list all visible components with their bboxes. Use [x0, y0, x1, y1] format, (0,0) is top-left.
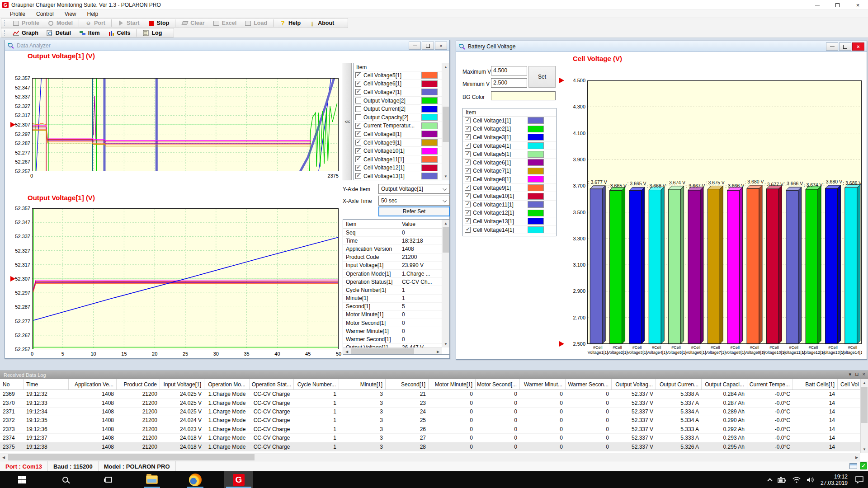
- color-swatch[interactable]: [528, 176, 544, 183]
- color-swatch[interactable]: [528, 193, 544, 200]
- log-col-header[interactable]: Operation Mo...: [204, 379, 250, 389]
- scroll-left-icon[interactable]: ◀: [343, 348, 350, 355]
- list-item[interactable]: Cell Voltage14[1]: [463, 226, 556, 235]
- list-item[interactable]: Output Capacity[2]: [354, 113, 442, 122]
- close-button[interactable]: ×: [848, 0, 868, 10]
- log-table-row[interactable]: 237319:12:3614082120024.023 V1.Charge Mo…: [0, 425, 865, 434]
- detail-row[interactable]: Warmer Minute[1]0: [343, 327, 442, 335]
- color-swatch[interactable]: [528, 201, 544, 208]
- firefox-button[interactable]: [181, 471, 210, 488]
- detail-row[interactable]: Motor Minute[1]0: [343, 311, 442, 319]
- log-menu-chevron-icon[interactable]: ▾: [849, 371, 851, 377]
- speaker-icon[interactable]: [807, 477, 815, 483]
- stop-button[interactable]: Stop: [144, 19, 174, 28]
- checkbox[interactable]: [465, 227, 471, 233]
- log-col-header[interactable]: Operation Stat...: [250, 379, 294, 389]
- maximum-v-input[interactable]: 4.500: [491, 66, 527, 75]
- log-col-header[interactable]: Motor Minute[1]: [429, 379, 476, 389]
- checkbox[interactable]: [465, 193, 471, 199]
- checkbox[interactable]: [465, 117, 471, 123]
- scroll-left-icon[interactable]: ◀: [0, 454, 7, 461]
- list-item[interactable]: Cell Voltage4[1]: [463, 142, 556, 150]
- color-swatch[interactable]: [421, 164, 438, 171]
- checkbox[interactable]: [465, 202, 471, 207]
- list-item[interactable]: Cell Voltage11[1]: [354, 155, 442, 164]
- taskbar-clock[interactable]: 19:12 27.03.2019: [821, 474, 848, 486]
- list-item[interactable]: Cell Voltage7[1]: [463, 167, 556, 176]
- checkbox[interactable]: [355, 165, 361, 171]
- checkbox[interactable]: [355, 81, 361, 87]
- log-col-header[interactable]: Application Ve...: [69, 379, 117, 389]
- list-item[interactable]: Output Voltage[2]: [354, 97, 442, 105]
- bg-color-swatch[interactable]: [491, 91, 556, 100]
- detail-row[interactable]: Motor Second[1]0: [343, 319, 442, 327]
- scroll-thumb[interactable]: [861, 387, 868, 423]
- log-col-header[interactable]: Output Capaci...: [702, 379, 747, 389]
- log-col-header[interactable]: Cycle Number...: [294, 379, 339, 389]
- detail-table-hscrollbar[interactable]: ◀ ▶: [343, 347, 442, 354]
- log-col-header[interactable]: No: [0, 379, 24, 389]
- tray-green-check-icon[interactable]: ✓: [860, 462, 867, 469]
- log-table-row[interactable]: 236919:12:3214082120024.025 V1.Charge Mo…: [0, 390, 865, 399]
- graph-button[interactable]: Graph: [9, 28, 42, 38]
- analyzer-minimize-button[interactable]: [409, 42, 421, 50]
- menu-item-view[interactable]: View: [59, 11, 82, 17]
- log-col-header[interactable]: Warmer Minut...: [520, 379, 566, 389]
- file-explorer-button[interactable]: [137, 471, 166, 488]
- detail-row[interactable]: Time18:32:18: [343, 237, 442, 245]
- color-swatch[interactable]: [528, 226, 544, 233]
- checkbox[interactable]: [465, 218, 471, 224]
- start-button[interactable]: [7, 471, 36, 488]
- log-col-header[interactable]: Output Curren...: [656, 379, 702, 389]
- minimize-button[interactable]: [807, 0, 827, 10]
- color-swatch[interactable]: [421, 148, 438, 155]
- battery-minimize-button[interactable]: [826, 42, 838, 51]
- minimum-v-input[interactable]: 2.500: [491, 78, 527, 88]
- help-button[interactable]: ?Help: [275, 19, 305, 28]
- log-col-header[interactable]: Time: [24, 379, 69, 389]
- search-button[interactable]: [51, 471, 80, 488]
- list-item[interactable]: Cell Voltage5[1]: [463, 150, 556, 159]
- scroll-up-icon[interactable]: ▲: [442, 63, 449, 70]
- set-button[interactable]: Set: [528, 66, 556, 88]
- log-col-header[interactable]: Input Voltage[1]: [160, 379, 204, 389]
- tray-window-icon[interactable]: [849, 463, 857, 469]
- detail-table-scrollbar[interactable]: ▲ ▼: [442, 220, 449, 347]
- detail-button[interactable]: Detail: [42, 28, 75, 38]
- list-item[interactable]: Cell Voltage12[1]: [354, 164, 442, 173]
- color-swatch[interactable]: [421, 173, 438, 179]
- checkbox[interactable]: [355, 114, 361, 120]
- checkbox[interactable]: [465, 176, 471, 182]
- color-swatch[interactable]: [528, 142, 544, 149]
- log-button[interactable]: Log: [138, 28, 166, 38]
- battery-icon[interactable]: [778, 477, 787, 483]
- menu-item-profile[interactable]: Profile: [5, 11, 31, 17]
- task-view-button[interactable]: [94, 471, 123, 488]
- checkbox[interactable]: [355, 98, 361, 103]
- checkbox[interactable]: [355, 156, 361, 162]
- checkbox[interactable]: [465, 143, 471, 149]
- list-item[interactable]: Cell Voltage11[1]: [463, 201, 556, 209]
- detail-row[interactable]: Operation Mode[1]1.Charge ...: [343, 270, 442, 278]
- analyzer-maximize-button[interactable]: [422, 42, 434, 50]
- color-swatch[interactable]: [421, 106, 438, 113]
- checkbox[interactable]: [355, 123, 361, 129]
- log-pin-icon[interactable]: ⊓: [855, 371, 859, 377]
- list-item[interactable]: Cell Voltage7[1]: [354, 88, 442, 97]
- scroll-thumb[interactable]: [8, 454, 255, 460]
- color-swatch[interactable]: [528, 126, 544, 132]
- checkbox[interactable]: [355, 173, 361, 179]
- detail-row[interactable]: Cycle Number[1]1: [343, 286, 442, 294]
- scroll-down-icon[interactable]: ▼: [861, 446, 868, 453]
- notification-icon[interactable]: [855, 476, 863, 483]
- tray-chevron-up-icon[interactable]: [767, 478, 772, 483]
- log-col-header[interactable]: Output Voltag...: [612, 379, 656, 389]
- detail-row[interactable]: Application Version1408: [343, 245, 442, 253]
- scroll-thumb[interactable]: [443, 107, 449, 142]
- list-item[interactable]: Cell Voltage2[1]: [463, 125, 556, 134]
- list-item[interactable]: Cell Voltage10[1]: [463, 192, 556, 201]
- detail-row[interactable]: Output Voltage[1]26.447 V: [343, 344, 442, 347]
- item-list-scrollbar[interactable]: ▲ ▼: [442, 63, 449, 180]
- analyzer-close-button[interactable]: ×: [435, 42, 447, 50]
- x-axle-time-select[interactable]: 50 sec: [378, 196, 450, 206]
